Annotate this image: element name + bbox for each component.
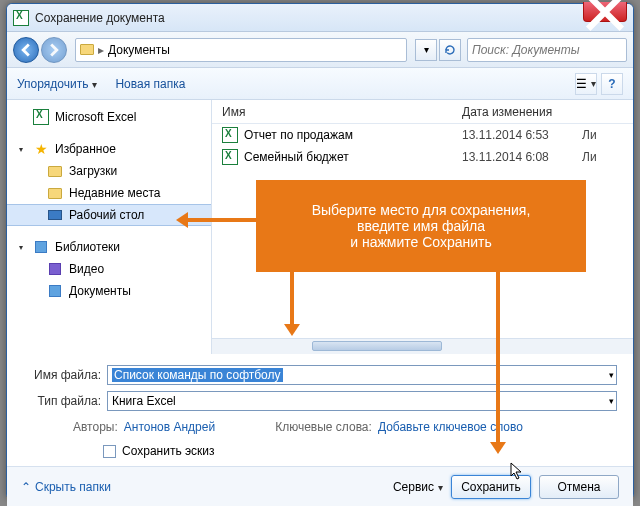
star-icon: ★ bbox=[33, 141, 49, 157]
close-icon bbox=[584, 0, 626, 33]
dropdown-icon[interactable]: ▾ bbox=[609, 370, 614, 380]
folder-icon bbox=[48, 166, 62, 177]
search-input[interactable]: Поиск: Документы bbox=[467, 38, 627, 62]
help-icon: ? bbox=[608, 77, 615, 91]
annotation-callout: Выберите место для сохранения, введите и… bbox=[256, 180, 586, 272]
scrollbar-thumb[interactable] bbox=[312, 341, 442, 351]
close-button[interactable] bbox=[583, 2, 627, 22]
form-area: Имя файла: Список команды по софтболу ▾ … bbox=[7, 354, 633, 414]
window-title: Сохранение документа bbox=[35, 11, 165, 25]
forward-button[interactable] bbox=[41, 37, 67, 63]
arrow-left-icon bbox=[19, 43, 33, 57]
sidebar-documents[interactable]: Документы bbox=[7, 280, 211, 302]
filename-label: Имя файла: bbox=[23, 368, 101, 382]
tools-menu[interactable]: Сервис▾ bbox=[393, 480, 443, 494]
view-icon: ☰ bbox=[576, 77, 587, 91]
metadata-row: Авторы: Антонов Андрей Ключевые слова: Д… bbox=[7, 414, 633, 440]
toolbar: Упорядочить▾ Новая папка ☰▾ ? bbox=[7, 68, 633, 100]
annotation-arrow bbox=[496, 272, 500, 450]
horizontal-scrollbar[interactable] bbox=[212, 338, 633, 354]
titlebar: Сохранение документа bbox=[7, 4, 633, 32]
back-button[interactable] bbox=[13, 37, 39, 63]
folder-icon bbox=[80, 44, 94, 55]
hide-folders-link[interactable]: ⌃ Скрыть папки bbox=[21, 480, 393, 494]
expand-icon[interactable]: ▾ bbox=[19, 145, 23, 154]
file-row[interactable]: Семейный бюджет 13.11.2014 6:08 Ли bbox=[212, 146, 633, 168]
library-icon bbox=[35, 241, 47, 253]
thumbnail-checkbox[interactable] bbox=[103, 445, 116, 458]
authors-label: Авторы: bbox=[73, 420, 118, 434]
organize-menu[interactable]: Упорядочить▾ bbox=[17, 77, 97, 91]
new-folder-button[interactable]: Новая папка bbox=[115, 77, 185, 91]
sidebar-video[interactable]: Видео bbox=[7, 258, 211, 280]
folder-icon bbox=[48, 188, 62, 199]
navbar: ▸ Документы ▾ Поиск: Документы bbox=[7, 32, 633, 68]
help-button[interactable]: ? bbox=[601, 73, 623, 95]
expand-icon[interactable]: ▾ bbox=[19, 243, 23, 252]
sidebar-downloads[interactable]: Загрузки bbox=[7, 160, 211, 182]
cancel-button[interactable]: Отмена bbox=[539, 475, 619, 499]
col-date[interactable]: Дата изменения bbox=[462, 105, 582, 119]
refresh-button[interactable] bbox=[439, 39, 461, 61]
filetype-label: Тип файла: bbox=[23, 394, 101, 408]
keywords-label: Ключевые слова: bbox=[275, 420, 372, 434]
xlsx-icon bbox=[222, 149, 238, 165]
breadcrumb-location[interactable]: Документы bbox=[108, 43, 170, 57]
documents-icon bbox=[49, 285, 61, 297]
chevron-up-icon: ⌃ bbox=[21, 480, 31, 494]
sidebar-favorites[interactable]: ▾ ★ Избранное bbox=[7, 138, 211, 160]
address-dropdown[interactable]: ▾ bbox=[415, 39, 437, 61]
desktop-icon bbox=[48, 210, 62, 220]
keywords-value[interactable]: Добавьте ключевое слово bbox=[378, 420, 523, 434]
sidebar-excel[interactable]: Microsoft Excel bbox=[7, 106, 211, 128]
authors-value[interactable]: Антонов Андрей bbox=[124, 420, 215, 434]
column-headers: Имя Дата изменения bbox=[212, 100, 633, 124]
address-bar[interactable]: ▸ Документы bbox=[75, 38, 407, 62]
col-name[interactable]: Имя bbox=[212, 105, 462, 119]
footer: ⌃ Скрыть папки Сервис▾ Сохранить Отмена bbox=[7, 466, 633, 506]
filetype-select[interactable]: Книга Excel ▾ bbox=[107, 391, 617, 411]
sidebar-recent[interactable]: Недавние места bbox=[7, 182, 211, 204]
refresh-icon bbox=[444, 44, 456, 56]
breadcrumb-sep: ▸ bbox=[98, 43, 104, 57]
excel-icon bbox=[13, 10, 29, 26]
view-button[interactable]: ☰▾ bbox=[575, 73, 597, 95]
filename-input[interactable]: Список команды по софтболу ▾ bbox=[107, 365, 617, 385]
arrow-right-icon bbox=[47, 43, 61, 57]
cursor-icon bbox=[510, 462, 524, 484]
xlsx-icon bbox=[222, 127, 238, 143]
thumbnail-row: Сохранить эскиз bbox=[7, 440, 633, 466]
annotation-arrow bbox=[180, 218, 256, 222]
dropdown-icon[interactable]: ▾ bbox=[609, 396, 614, 406]
video-icon bbox=[49, 263, 61, 275]
file-row[interactable]: Отчет по продажам 13.11.2014 6:53 Ли bbox=[212, 124, 633, 146]
sidebar-libraries[interactable]: ▾ Библиотеки bbox=[7, 236, 211, 258]
annotation-arrow bbox=[290, 272, 294, 332]
thumbnail-label: Сохранить эскиз bbox=[122, 444, 215, 458]
search-placeholder: Поиск: Документы bbox=[472, 43, 580, 57]
excel-icon bbox=[33, 109, 49, 125]
